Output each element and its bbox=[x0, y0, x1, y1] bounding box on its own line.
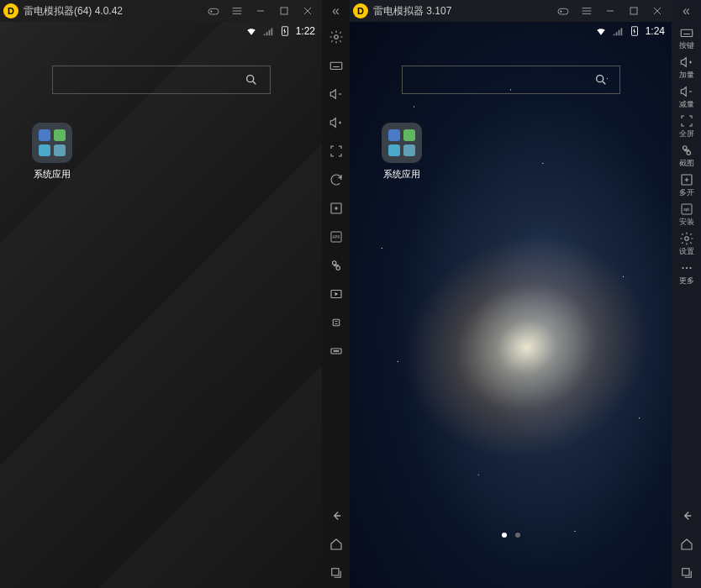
more-icon[interactable] bbox=[324, 339, 348, 363]
emulator-main-left: D 雷电模拟器(64) 4.0.42 1:22 bbox=[0, 0, 322, 588]
collapse-sidebar-button[interactable]: « bbox=[672, 0, 701, 22]
shake-icon[interactable] bbox=[324, 311, 348, 334]
svg-point-16 bbox=[337, 350, 338, 351]
svg-point-3 bbox=[246, 76, 253, 82]
system-apps-folder[interactable]: 系统应用 bbox=[377, 123, 427, 181]
window-title: 雷电模拟器(64) 4.0.42 bbox=[24, 4, 203, 18]
search-box[interactable] bbox=[52, 66, 271, 94]
svg-rect-12 bbox=[333, 319, 340, 326]
app-logo: D bbox=[3, 3, 18, 18]
sidebar-left: APK bbox=[322, 22, 350, 588]
svg-text:apk: apk bbox=[683, 207, 690, 212]
emulator-main-right: D 雷电模拟器 3.107 1:24 系统应 bbox=[350, 0, 672, 588]
menu-icon[interactable] bbox=[576, 0, 598, 22]
fullscreen-icon[interactable]: 全屏 bbox=[675, 113, 698, 138]
search-box[interactable] bbox=[402, 66, 620, 94]
svg-rect-5 bbox=[330, 62, 342, 69]
svg-point-24 bbox=[687, 151, 691, 155]
svg-point-9 bbox=[332, 261, 336, 265]
keyboard-icon[interactable] bbox=[324, 54, 348, 77]
page-dot bbox=[515, 533, 520, 538]
window-title: 雷电模拟器 3.107 bbox=[373, 4, 552, 18]
back-icon[interactable] bbox=[675, 504, 698, 528]
page-dot-active bbox=[502, 533, 507, 538]
recent-icon[interactable] bbox=[324, 561, 348, 585]
svg-point-4 bbox=[334, 35, 338, 39]
screenshot-icon[interactable]: 截图 bbox=[675, 143, 698, 167]
phone-screen-left[interactable]: 1:22 系统应用 bbox=[0, 22, 322, 588]
collapse-sidebar-button[interactable]: « bbox=[322, 0, 350, 22]
svg-rect-18 bbox=[558, 8, 568, 14]
volume-up-icon[interactable] bbox=[324, 111, 348, 134]
gamepad-icon[interactable] bbox=[203, 0, 224, 22]
signal-icon bbox=[612, 25, 624, 37]
settings-icon[interactable] bbox=[324, 25, 348, 49]
maximize-button[interactable] bbox=[273, 0, 295, 22]
svg-point-29 bbox=[682, 267, 683, 269]
settings-icon[interactable]: 设置 bbox=[675, 231, 698, 255]
multi-instance-icon[interactable]: 多开 bbox=[675, 172, 698, 197]
status-time: 1:24 bbox=[646, 25, 665, 37]
android-status-bar: 1:22 bbox=[0, 22, 322, 40]
svg-text:APK: APK bbox=[332, 235, 340, 239]
minimize-button[interactable] bbox=[250, 0, 271, 22]
svg-rect-1 bbox=[281, 8, 287, 14]
svg-rect-22 bbox=[681, 29, 693, 36]
status-time: 1:22 bbox=[296, 25, 315, 37]
search-icon bbox=[594, 73, 608, 87]
add-icon[interactable] bbox=[324, 197, 348, 220]
rotate-icon[interactable] bbox=[324, 168, 348, 192]
sidebar-right: 按键 加量 减量 全屏 截图 多开 apk安装 设置 更多 bbox=[672, 22, 701, 588]
system-apps-folder[interactable]: 系统应用 bbox=[27, 123, 77, 181]
search-icon bbox=[245, 73, 258, 87]
close-button[interactable] bbox=[297, 0, 319, 22]
svg-point-31 bbox=[689, 267, 691, 269]
volume-up-icon[interactable]: 加量 bbox=[675, 55, 698, 79]
title-bar-left: D 雷电模拟器(64) 4.0.42 bbox=[0, 0, 322, 22]
minimize-button[interactable] bbox=[599, 0, 621, 22]
close-button[interactable] bbox=[646, 0, 668, 22]
maximize-button[interactable] bbox=[623, 0, 645, 22]
menu-icon[interactable] bbox=[226, 0, 248, 22]
page-indicator bbox=[502, 533, 520, 538]
svg-rect-0 bbox=[208, 8, 219, 14]
wifi-icon bbox=[245, 25, 257, 37]
gamepad-icon[interactable] bbox=[552, 0, 574, 22]
keyboard-icon[interactable]: 按键 bbox=[675, 25, 698, 50]
recent-icon[interactable] bbox=[675, 561, 698, 585]
battery-charging-icon bbox=[629, 25, 640, 37]
svg-rect-17 bbox=[331, 569, 338, 575]
svg-point-28 bbox=[684, 237, 688, 241]
svg-rect-19 bbox=[630, 8, 637, 14]
svg-point-23 bbox=[683, 146, 687, 150]
fullscreen-icon[interactable] bbox=[324, 139, 348, 163]
svg-rect-32 bbox=[682, 569, 688, 575]
svg-point-15 bbox=[335, 350, 336, 351]
svg-point-30 bbox=[685, 267, 687, 269]
svg-point-21 bbox=[596, 76, 603, 82]
emulator-left: D 雷电模拟器(64) 4.0.42 1:22 bbox=[0, 0, 350, 588]
home-icon[interactable] bbox=[675, 533, 698, 556]
record-icon[interactable] bbox=[324, 282, 348, 306]
apk-install-icon[interactable]: APK bbox=[324, 225, 348, 249]
app-logo: D bbox=[353, 3, 368, 18]
title-bar-right: D 雷电模拟器 3.107 bbox=[350, 0, 672, 22]
wallpaper-galaxy bbox=[350, 22, 672, 588]
android-status-bar: 1:24 bbox=[350, 22, 672, 40]
back-icon[interactable] bbox=[324, 504, 348, 528]
screenshot-icon[interactable] bbox=[324, 254, 348, 277]
volume-down-icon[interactable]: 减量 bbox=[675, 84, 698, 108]
folder-label: 系统应用 bbox=[377, 168, 427, 181]
folder-icon bbox=[32, 123, 72, 163]
more-icon[interactable]: 更多 bbox=[675, 260, 698, 285]
volume-down-icon[interactable] bbox=[324, 82, 348, 106]
signal-icon bbox=[262, 25, 274, 37]
svg-point-10 bbox=[336, 266, 340, 270]
emulator-right: D 雷电模拟器 3.107 1:24 系统应 bbox=[350, 0, 701, 588]
home-icon[interactable] bbox=[324, 533, 348, 556]
phone-screen-right[interactable]: 1:24 系统应用 bbox=[350, 22, 672, 588]
wifi-icon bbox=[595, 25, 607, 37]
apk-install-icon[interactable]: apk安装 bbox=[675, 202, 698, 226]
battery-charging-icon bbox=[279, 25, 291, 37]
folder-icon bbox=[382, 123, 422, 163]
